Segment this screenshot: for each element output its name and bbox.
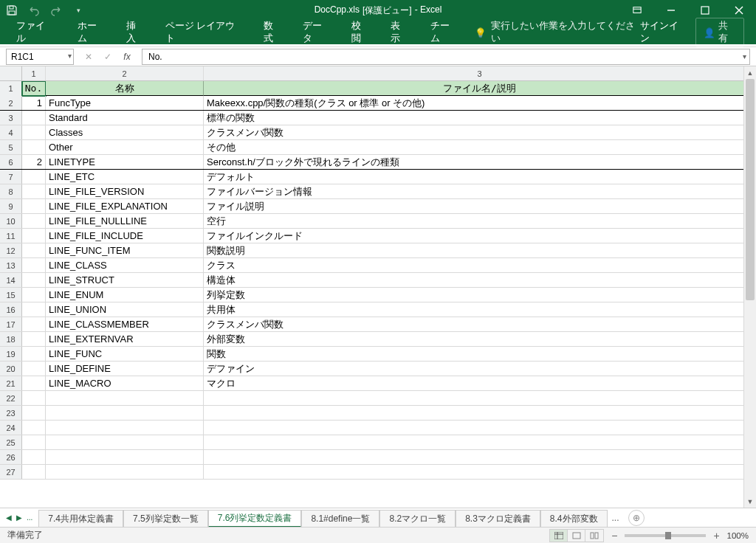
page-break-view-icon[interactable] <box>585 530 603 542</box>
sheet-tab[interactable]: 8.2マクロ一覧 <box>379 510 456 528</box>
minimize-button[interactable] <box>654 0 688 21</box>
cell-desc[interactable] <box>204 465 756 479</box>
row-header[interactable]: 1 <box>0 81 22 96</box>
cell-name[interactable]: LINE_FUNC_ITEM <box>46 243 204 257</box>
col-header-3[interactable]: 3 <box>204 66 756 80</box>
cell-desc[interactable]: ファイルバージョン情報 <box>204 184 756 198</box>
cell-no[interactable]: 1 <box>22 96 46 110</box>
signin-link[interactable]: サインイン <box>640 20 687 45</box>
row-header[interactable]: 13 <box>0 258 22 272</box>
cell-name[interactable]: LINE_STRUCT <box>46 273 204 287</box>
cancel-icon[interactable]: ✕ <box>83 52 94 62</box>
cell-desc[interactable]: 構造体 <box>204 273 756 287</box>
cell-name[interactable] <box>46 450 204 464</box>
add-sheet-button[interactable]: ⊕ <box>628 510 645 526</box>
header-no[interactable]: No. <box>22 81 46 96</box>
row-header[interactable]: 21 <box>0 376 22 390</box>
cell-name[interactable]: LINE_FILE_VERSION <box>46 184 204 198</box>
formula-input[interactable]: No. ▾ <box>142 49 750 65</box>
tab-view[interactable]: 表示 <box>380 21 419 44</box>
cell-no[interactable] <box>22 199 46 213</box>
select-all-corner[interactable] <box>0 66 22 80</box>
cell-name[interactable]: LINE_FUNC <box>46 347 204 361</box>
fx-icon[interactable]: fx <box>121 52 133 62</box>
cell-no[interactable] <box>22 229 46 243</box>
cell-desc[interactable]: 共用体 <box>204 302 756 317</box>
cell-desc[interactable]: ファイルインクルード <box>204 229 756 243</box>
cell-no[interactable] <box>22 406 46 420</box>
cell-no[interactable] <box>22 317 46 331</box>
row-header[interactable]: 24 <box>0 421 22 435</box>
cell-no[interactable] <box>22 243 46 257</box>
tab-team[interactable]: チーム <box>420 21 469 44</box>
scroll-down-icon[interactable]: ▼ <box>744 495 756 508</box>
ribbon-display-options-icon[interactable] <box>620 0 654 21</box>
cell-desc[interactable]: デファイン <box>204 362 756 376</box>
row-header[interactable]: 20 <box>0 362 22 376</box>
sheet-tab[interactable]: 7.4共用体定義書 <box>38 510 123 528</box>
header-name[interactable]: 名称 <box>46 81 204 96</box>
row-header[interactable]: 12 <box>0 243 22 257</box>
sheet-tab[interactable]: 8.4外部変数 <box>540 510 608 528</box>
row-header[interactable]: 11 <box>0 229 22 243</box>
sheet-nav-next-icon[interactable]: ▶ <box>16 513 22 522</box>
row-header[interactable]: 23 <box>0 406 22 420</box>
row-header[interactable]: 5 <box>0 140 22 154</box>
scroll-up-icon[interactable]: ▲ <box>744 66 756 79</box>
cell-no[interactable] <box>22 332 46 346</box>
row-header[interactable]: 22 <box>0 391 22 405</box>
cell-name[interactable] <box>46 465 204 479</box>
cell-name[interactable]: LINE_FILE_NULLLINE <box>46 214 204 228</box>
cell-name[interactable] <box>46 406 204 420</box>
row-header[interactable]: 6 <box>0 155 22 169</box>
cell-name[interactable]: LINE_ENUM <box>46 288 204 302</box>
undo-icon[interactable] <box>28 4 40 16</box>
tab-page-layout[interactable]: ページ レイアウト <box>155 21 253 44</box>
header-desc[interactable]: ファイル名/説明 <box>204 81 756 96</box>
cell-name[interactable]: LINE_UNION <box>46 302 204 317</box>
cell-desc[interactable]: マクロ <box>204 376 756 390</box>
scroll-thumb[interactable] <box>744 79 756 495</box>
tab-data[interactable]: データ <box>292 21 341 44</box>
cell-no[interactable] <box>22 125 46 139</box>
cell-name[interactable]: LINE_EXTERNVAR <box>46 332 204 346</box>
cell-name[interactable] <box>46 421 204 435</box>
sheet-tab[interactable]: 7.5列挙定数一覧 <box>123 510 208 528</box>
row-header[interactable]: 25 <box>0 435 22 449</box>
qat-customize-icon[interactable]: ▾ <box>72 4 84 16</box>
cell-desc[interactable]: デフォルト <box>204 170 756 184</box>
row-header[interactable]: 18 <box>0 332 22 346</box>
share-button[interactable]: 👤 共有 <box>695 18 744 47</box>
tab-home[interactable]: ホーム <box>67 21 116 44</box>
zoom-level[interactable]: 100% <box>727 531 749 540</box>
col-header-2[interactable]: 2 <box>46 66 204 80</box>
enter-icon[interactable]: ✓ <box>102 52 114 62</box>
row-header[interactable]: 7 <box>0 170 22 184</box>
cell-desc[interactable]: 外部変数 <box>204 332 756 346</box>
cell-desc[interactable] <box>204 391 756 405</box>
row-header[interactable]: 19 <box>0 347 22 361</box>
row-header[interactable]: 14 <box>0 273 22 287</box>
cell-name[interactable] <box>46 391 204 405</box>
row-header[interactable]: 2 <box>0 96 22 110</box>
tab-formulas[interactable]: 数式 <box>253 21 292 44</box>
cell-desc[interactable]: Serconst.h/ブロック外で現れるラインの種類 <box>204 155 756 169</box>
name-box[interactable]: R1C1 ▾ <box>6 49 74 65</box>
cell-name[interactable]: LINE_DEFINE <box>46 362 204 376</box>
cell-desc[interactable]: Makeexx.cpp/関数の種類(クラス or 標準 or その他) <box>204 96 756 110</box>
redo-icon[interactable] <box>50 4 62 16</box>
cell-no[interactable] <box>22 450 46 464</box>
cell-no[interactable] <box>22 140 46 154</box>
sheet-tab[interactable]: 7.6列挙定数定義書 <box>208 510 302 528</box>
cell-name[interactable]: LINE_CLASSMEMBER <box>46 317 204 331</box>
cell-desc[interactable] <box>204 421 756 435</box>
cell-name[interactable]: FuncType <box>46 96 204 110</box>
col-header-1[interactable]: 1 <box>22 66 46 80</box>
row-header[interactable]: 8 <box>0 184 22 198</box>
cell-name[interactable]: Standard <box>46 111 204 125</box>
cell-name[interactable]: LINE_FILE_EXPLANATION <box>46 199 204 213</box>
cell-name[interactable]: Classes <box>46 125 204 139</box>
cell-desc[interactable]: その他 <box>204 140 756 154</box>
cell-desc[interactable]: クラスメンバ関数 <box>204 317 756 331</box>
row-header[interactable]: 10 <box>0 214 22 228</box>
